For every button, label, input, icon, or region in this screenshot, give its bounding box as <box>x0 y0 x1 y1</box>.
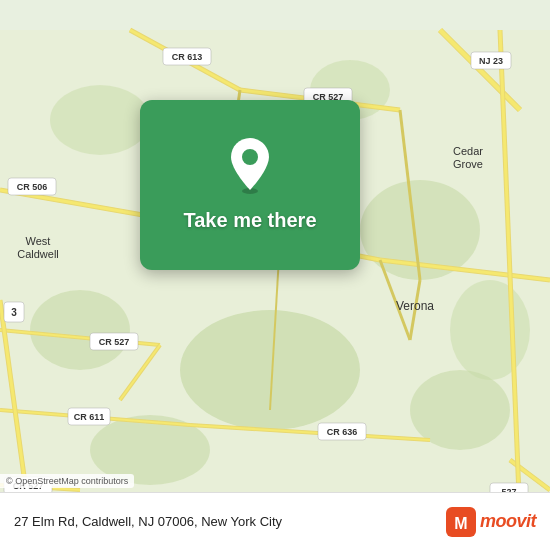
moovit-logo: M moovit <box>446 507 536 537</box>
location-pin-icon <box>223 139 277 193</box>
svg-text:Caldwell: Caldwell <box>17 248 59 260</box>
map-background: CR 613 CR 527 CR 506 CR 50 CR 527 CR 611… <box>0 0 550 550</box>
svg-text:3: 3 <box>11 307 17 318</box>
action-card: Take me there <box>140 100 360 270</box>
svg-text:Grove: Grove <box>453 158 483 170</box>
svg-text:Cedar: Cedar <box>453 145 483 157</box>
svg-text:CR 506: CR 506 <box>17 182 48 192</box>
svg-text:CR 611: CR 611 <box>74 412 105 422</box>
svg-text:CR 527: CR 527 <box>99 337 130 347</box>
svg-point-3 <box>30 290 130 370</box>
map-container: CR 613 CR 527 CR 506 CR 50 CR 527 CR 611… <box>0 0 550 550</box>
moovit-logo-icon: M <box>446 507 476 537</box>
svg-point-8 <box>450 280 530 380</box>
svg-text:Verona: Verona <box>396 299 434 313</box>
svg-text:CR 636: CR 636 <box>327 427 358 437</box>
osm-attribution: © OpenStreetMap contributors <box>0 474 134 488</box>
address-text: 27 Elm Rd, Caldwell, NJ 07006, New York … <box>14 514 282 529</box>
svg-point-7 <box>50 85 150 155</box>
svg-text:CR 613: CR 613 <box>172 52 203 62</box>
take-me-there-button[interactable]: Take me there <box>183 209 316 232</box>
svg-point-1 <box>180 310 360 430</box>
bottom-bar: 27 Elm Rd, Caldwell, NJ 07006, New York … <box>0 492 550 550</box>
svg-text:West: West <box>26 235 51 247</box>
svg-point-70 <box>242 149 258 165</box>
svg-text:M: M <box>454 515 467 532</box>
moovit-wordmark: moovit <box>480 511 536 532</box>
svg-text:NJ 23: NJ 23 <box>479 56 503 66</box>
